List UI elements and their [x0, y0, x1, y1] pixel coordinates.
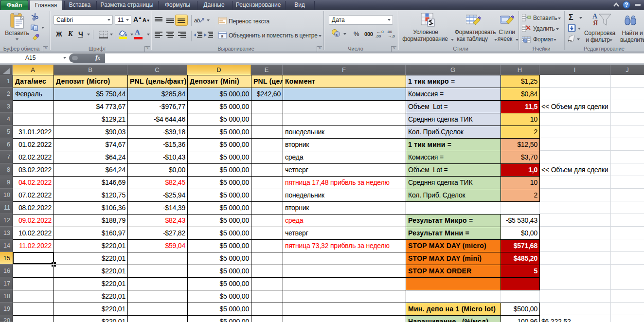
- svg-text:,00: ,00: [376, 34, 381, 38]
- svg-text:ab: ab: [194, 18, 200, 23]
- svg-text:s: s: [336, 33, 338, 37]
- svg-text:←.0: ←.0: [376, 30, 384, 34]
- svg-text:.00: .00: [387, 30, 393, 34]
- svg-text:→,0: →,0: [388, 34, 395, 38]
- svg-text:a: a: [221, 34, 223, 38]
